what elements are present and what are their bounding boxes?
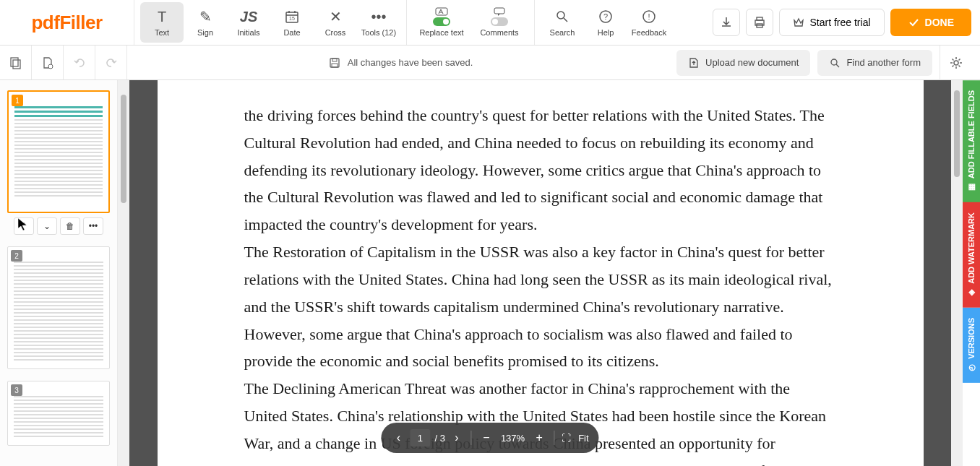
pages-panel-button[interactable] xyxy=(0,46,32,79)
tool-search[interactable]: Search xyxy=(541,2,584,43)
fit-icon: ⛶ xyxy=(562,433,571,444)
comments-icon xyxy=(491,8,508,25)
tool-sign-label: Sign xyxy=(197,28,213,37)
tool-date-label: Date xyxy=(283,28,300,37)
thumb-delete-button[interactable]: 🗑 xyxy=(60,217,80,235)
versions-tab-label: VERSIONS xyxy=(967,318,976,359)
tool-initials-label: Initials xyxy=(237,28,259,37)
tool-feedback[interactable]: ! Feedback xyxy=(627,2,671,43)
cross-icon: ✕ xyxy=(330,8,342,25)
save-status-text: All changes have been saved. xyxy=(348,57,473,68)
tool-help[interactable]: ? Help xyxy=(584,2,627,43)
page-number-input[interactable] xyxy=(410,429,430,446)
download-button[interactable] xyxy=(713,9,740,36)
tool-more[interactable]: ••• Tools (12) xyxy=(357,2,400,43)
thumb-3-num: 3 xyxy=(11,384,22,396)
svg-rect-6 xyxy=(494,8,504,14)
tool-text[interactable]: T Text xyxy=(140,2,184,43)
logo[interactable]: pdfFiller xyxy=(0,0,134,45)
sub-right: Upload new document Find another form xyxy=(668,46,980,80)
svg-point-7 xyxy=(557,12,564,19)
sign-icon: ✎ xyxy=(199,8,212,25)
tool-replace-text[interactable]: Replace text xyxy=(413,2,470,43)
sub-left xyxy=(0,46,134,79)
document-icon xyxy=(41,56,54,69)
doc-paragraph-1: the driving forces behind the country's … xyxy=(244,102,837,238)
document-button[interactable] xyxy=(32,46,64,79)
thumbnail-2[interactable]: 2 xyxy=(7,246,110,369)
thumbnail-2-container: 2 xyxy=(7,246,110,369)
settings-button[interactable] xyxy=(940,46,971,80)
tool-sign[interactable]: ✎ Sign xyxy=(184,2,227,43)
svg-text:?: ? xyxy=(603,12,608,21)
thumbnail-3[interactable]: 3 xyxy=(7,381,110,446)
print-button[interactable] xyxy=(746,9,773,36)
doc-paragraph-2: The Restoration of Capitalism in the USS… xyxy=(244,238,837,375)
fields-tab-label: ADD FILLABLE FIELDS xyxy=(967,90,976,178)
main-area: 1 ⌃ ⌄ 🗑 ••• 2 3 xyxy=(0,80,980,466)
tool-date[interactable]: 15 Date xyxy=(270,2,314,43)
versions-tab[interactable]: ◷ VERSIONS xyxy=(963,308,980,383)
add-fillable-fields-tab[interactable]: ▦ ADD FILLABLE FIELDS xyxy=(963,80,980,202)
sidebar-scroll-thumb[interactable] xyxy=(121,95,126,203)
find-form-button[interactable]: Find another form xyxy=(817,50,932,76)
tool-cross[interactable]: ✕ Cross xyxy=(314,2,357,43)
page-total: / 3 xyxy=(434,433,444,444)
start-trial-button[interactable]: Start free trial xyxy=(779,9,885,36)
svg-point-18 xyxy=(48,64,53,69)
done-label: DONE xyxy=(925,17,954,28)
add-watermark-tab[interactable]: ◈ ADD WATERMARK xyxy=(963,202,980,308)
document-area[interactable]: the driving forces behind the country's … xyxy=(129,80,951,466)
fit-button[interactable]: Fit xyxy=(578,433,588,444)
tool-replace-label: Replace text xyxy=(419,28,463,37)
tool-more-label: Tools (12) xyxy=(361,28,396,37)
upload-document-button[interactable]: Upload new document xyxy=(676,50,810,76)
upload-label: Upload new document xyxy=(705,57,799,68)
versions-icon: ◷ xyxy=(967,363,976,373)
tool-search-label: Search xyxy=(550,28,575,37)
save-status: All changes have been saved. xyxy=(134,57,668,69)
sidebar-scrollbar[interactable] xyxy=(118,80,129,466)
thumbnail-3-container: 3 xyxy=(7,381,110,446)
undo-icon xyxy=(73,56,86,69)
date-icon: 15 xyxy=(285,8,299,25)
svg-line-8 xyxy=(564,18,567,22)
tool-text-label: Text xyxy=(155,28,169,37)
prev-page-button[interactable]: ‹ xyxy=(391,431,405,444)
logo-text: pdfFiller xyxy=(31,12,102,34)
watermark-icon: ◈ xyxy=(967,288,976,298)
redo-button[interactable] xyxy=(95,46,127,79)
right-side-tabs: ▦ ADD FILLABLE FIELDS ◈ ADD WATERMARK ◷ … xyxy=(963,80,980,466)
thumb-next-button[interactable]: ⌄ xyxy=(37,217,57,235)
next-page-button[interactable]: › xyxy=(450,431,464,444)
replace-text-icon xyxy=(433,8,450,25)
undo-button[interactable] xyxy=(64,46,95,79)
find-label: Find another form xyxy=(846,57,921,68)
tool-feedback-label: Feedback xyxy=(632,28,666,37)
zoom-in-button[interactable]: + xyxy=(532,431,546,444)
upload-icon xyxy=(688,57,700,69)
chevron-down-icon: ⌄ xyxy=(43,221,51,231)
thumb-2-num: 2 xyxy=(11,250,22,262)
thumbnail-sidebar: 1 ⌃ ⌄ 🗑 ••• 2 3 xyxy=(0,80,118,466)
more-icon: ••• xyxy=(371,8,386,25)
right-actions: Start free trial DONE xyxy=(704,0,980,45)
crown-icon xyxy=(793,17,804,28)
thumbnail-1[interactable]: 1 xyxy=(7,90,110,213)
tool-comments[interactable]: Comments xyxy=(470,2,528,43)
done-button[interactable]: DONE xyxy=(890,9,971,36)
trash-icon: 🗑 xyxy=(66,221,74,231)
sub-bar: All changes have been saved. Upload new … xyxy=(0,46,980,80)
document-page[interactable]: the driving forces behind the country's … xyxy=(158,80,924,466)
svg-rect-16 xyxy=(11,58,18,66)
tool-initials[interactable]: JS Initials xyxy=(227,2,270,43)
feedback-icon: ! xyxy=(642,8,656,25)
svg-text:!: ! xyxy=(648,12,650,21)
initials-icon: JS xyxy=(240,8,257,25)
zoom-out-button[interactable]: − xyxy=(479,431,494,444)
document-scroll-thumb[interactable] xyxy=(954,90,960,177)
svg-rect-14 xyxy=(757,17,762,20)
help-icon: ? xyxy=(598,8,613,25)
document-scrollbar[interactable] xyxy=(951,80,963,466)
thumb-more-button[interactable]: ••• xyxy=(83,217,103,235)
